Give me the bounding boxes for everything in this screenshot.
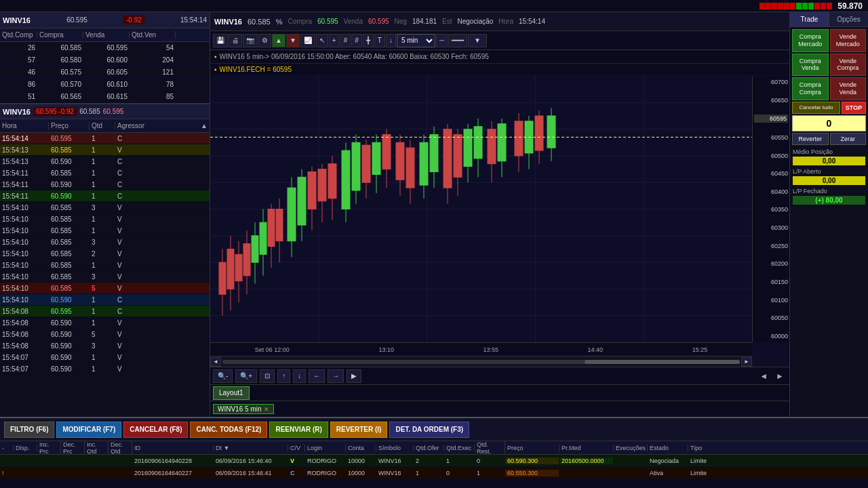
chart-nav-right[interactable]: ► bbox=[773, 371, 787, 381]
svg-rect-42 bbox=[352, 142, 360, 190]
svg-rect-38 bbox=[328, 164, 336, 199]
svg-rect-20 bbox=[243, 244, 250, 276]
toolbar-camera[interactable]: 📷 bbox=[243, 34, 258, 47]
layout-tab[interactable]: Layout1 bbox=[213, 386, 250, 400]
left-compra2: 60.585 bbox=[79, 108, 100, 115]
btn-vende-compra[interactable]: VendeCompra bbox=[830, 54, 867, 77]
price-label-60200: 60200 bbox=[754, 260, 788, 267]
chart-zoom-minus[interactable]: 🔍- bbox=[213, 369, 233, 383]
chart-neg: 184.181 bbox=[412, 18, 437, 25]
orders-col-estado: Estado bbox=[648, 445, 688, 451]
orders-col-cv: C/V bbox=[288, 445, 305, 451]
left-ult: 60.595 bbox=[66, 16, 87, 24]
btn-reverter-bottom[interactable]: REVERTER (I) bbox=[330, 422, 388, 438]
chart-fit[interactable]: ⊡ bbox=[260, 369, 275, 383]
btn-modificar[interactable]: MODIFICAR (F7) bbox=[56, 422, 121, 438]
toolbar-plus[interactable]: ╋ bbox=[363, 34, 374, 47]
valor-lp-fechado: (+) 80,00 bbox=[793, 196, 865, 205]
btn-compra-mercado[interactable]: CompraMercado bbox=[792, 29, 829, 52]
price-label-60595: 60595 bbox=[754, 115, 788, 123]
svg-rect-64 bbox=[474, 127, 482, 159]
col-qtd: Qtd bbox=[90, 122, 115, 129]
scroll-left[interactable]: ◄ bbox=[210, 357, 221, 367]
svg-rect-30 bbox=[288, 188, 296, 241]
btn-det-ordem[interactable]: DET. DA ORDEM (F3) bbox=[389, 422, 469, 438]
col-agressor: Agressor bbox=[115, 122, 199, 129]
btn-cancelar[interactable]: CANCELAR (F8) bbox=[123, 422, 188, 438]
toolbar-print[interactable]: 🖨 bbox=[229, 34, 242, 47]
btn-reenviar[interactable]: REENVIAR (R) bbox=[269, 422, 328, 438]
btn-compra-compra[interactable]: CompraCompra bbox=[792, 77, 829, 100]
orders-col-check: - bbox=[0, 445, 14, 451]
svg-rect-34 bbox=[308, 171, 316, 209]
orders-col-conta: Conta bbox=[346, 445, 376, 451]
toolbar-down[interactable]: ▼ bbox=[286, 34, 300, 47]
price-label-60300: 60300 bbox=[754, 224, 788, 231]
top-bar-price: 59.870 bbox=[837, 1, 863, 11]
chart-est: Negociação bbox=[458, 18, 494, 25]
toolbar-arrow[interactable]: ↓ bbox=[386, 34, 396, 47]
time-label-2: 13:10 bbox=[378, 346, 394, 353]
svg-rect-62 bbox=[464, 129, 472, 167]
toolbar-hash[interactable]: # bbox=[340, 34, 351, 47]
scroll-up[interactable]: ▲ bbox=[199, 122, 210, 129]
toolbar-line[interactable]: ─ bbox=[436, 34, 448, 47]
timeframe-select[interactable]: 5 min 1 min 15 min 30 min 1h bbox=[397, 34, 435, 47]
scroll-right[interactable]: ► bbox=[741, 357, 752, 367]
btn-vende-mercado[interactable]: VendeMercado bbox=[830, 29, 867, 52]
toolbar-trend[interactable]: 📈 bbox=[300, 34, 315, 47]
chart-info-bar: WINV16 5 min-> 06/09/2016 15:50:00 Aber:… bbox=[220, 53, 489, 60]
col-qtdven: Qtd.Ven bbox=[130, 31, 176, 39]
chart-scroll-up[interactable]: ↑ bbox=[277, 369, 290, 383]
left-venda2: 60.595 bbox=[103, 108, 124, 115]
svg-rect-48 bbox=[382, 134, 391, 169]
wl-tab[interactable]: WINV16 5 min ✕ bbox=[213, 404, 274, 414]
left-symbol: WINV16 bbox=[3, 16, 31, 24]
btn-reverter[interactable]: Reverter bbox=[792, 133, 829, 145]
btn-stop[interactable]: STOP bbox=[842, 102, 866, 114]
tab-opcoes[interactable]: Opções bbox=[829, 12, 868, 26]
chart-scroll-left[interactable]: ← bbox=[309, 369, 325, 383]
price-label-60050: 60050 bbox=[754, 314, 788, 321]
toolbar-dash[interactable]: ━━━ bbox=[448, 34, 467, 47]
svg-rect-60 bbox=[454, 134, 462, 177]
btn-canc-todas[interactable]: CANC. TODAS (F12) bbox=[190, 422, 267, 438]
btn-filtro[interactable]: FILTRO (F6) bbox=[4, 422, 54, 438]
qty-input[interactable] bbox=[792, 115, 866, 131]
orders-col-simbolo: Símbolo bbox=[376, 445, 414, 451]
book-row-qtdc-1: 26 bbox=[0, 44, 37, 52]
toolbar-up[interactable]: ▲ bbox=[272, 34, 285, 47]
time-label-1: Set 06 12:00 bbox=[255, 346, 290, 353]
btn-cancelar-tudo[interactable]: Cancelar tudo bbox=[792, 102, 840, 114]
col-qtdcomp: Qtd.Comp bbox=[0, 31, 37, 39]
toolbar-properties[interactable]: ⚙ bbox=[258, 34, 271, 47]
price-label-60400: 60400 bbox=[754, 188, 788, 195]
chart-nav-left[interactable]: ◄ bbox=[757, 371, 770, 381]
svg-rect-66 bbox=[488, 129, 496, 164]
tab-trade[interactable]: Trade bbox=[790, 12, 829, 26]
chart-venda: 60.595 bbox=[368, 18, 389, 25]
chart-scroll-right[interactable]: → bbox=[328, 369, 344, 383]
wl-tab-close[interactable]: ✕ bbox=[264, 406, 269, 413]
chart-candle-icon: ▪ bbox=[214, 53, 217, 60]
toolbar-text[interactable]: T bbox=[374, 34, 385, 47]
chart-fech-icon: ▪ bbox=[214, 66, 217, 73]
col-hora: Hora bbox=[0, 122, 49, 129]
toolbar-cursor[interactable]: ↖ bbox=[316, 34, 328, 47]
toolbar-hash2[interactable]: # bbox=[351, 34, 362, 47]
toolbar-save[interactable]: 💾 bbox=[213, 34, 228, 47]
chart-scroll-down[interactable]: ↓ bbox=[293, 369, 306, 383]
svg-rect-50 bbox=[396, 142, 404, 180]
chart-zoom-plus[interactable]: 🔍+ bbox=[235, 369, 257, 383]
chart-play[interactable]: ▶ bbox=[347, 369, 361, 383]
btn-vende-venda[interactable]: VendeVenda bbox=[830, 77, 867, 100]
svg-rect-70 bbox=[515, 121, 523, 156]
btn-compra-venda[interactable]: CompraVenda bbox=[792, 54, 829, 77]
book-table: 26 60.585 60.595 54 57 60.580 60.600 204… bbox=[0, 42, 210, 103]
toolbar-indicator[interactable]: ▼ bbox=[468, 34, 487, 47]
orders-col-id: ID bbox=[132, 445, 214, 451]
toolbar-zoom[interactable]: + bbox=[329, 34, 340, 47]
btn-zerar[interactable]: Zerar bbox=[830, 133, 867, 145]
orders-col-dt: Dt ▼ bbox=[214, 445, 288, 451]
orders-col-tipo: Tipo bbox=[688, 445, 715, 451]
